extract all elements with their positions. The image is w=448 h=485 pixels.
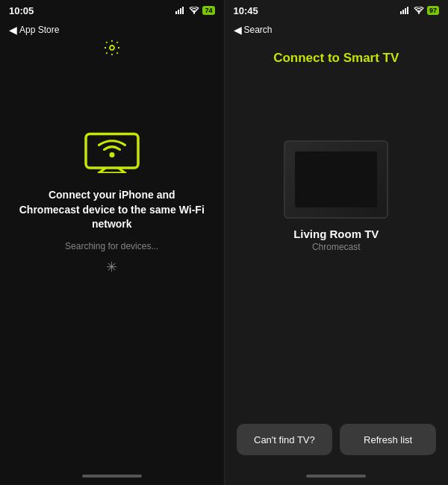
tv-device-name: Living Room TV — [293, 228, 379, 240]
svg-rect-11 — [400, 11, 402, 14]
back-btn-left[interactable]: ◀ App Store — [9, 24, 59, 36]
tv-device-type: Chromecast — [312, 242, 361, 252]
tv-device-area[interactable]: Living Room TV Chromecast — [284, 140, 388, 252]
status-icons-left: 74 — [175, 6, 214, 15]
searching-text: Searching for devices... — [65, 241, 158, 251]
right-panel: 10:45 97 ◀ Search Connect to Smart TV — [225, 0, 449, 485]
signal-icon-left — [175, 7, 186, 14]
wifi-tv-icon — [78, 121, 146, 173]
status-icons-right: 97 — [400, 6, 439, 15]
nav-right: ◀ Search — [225, 21, 449, 39]
wifi-tv-area: Connect your iPhone and Chromecast devic… — [0, 121, 224, 275]
signal-icon-right — [400, 7, 411, 14]
svg-point-15 — [418, 13, 420, 14]
refresh-list-button[interactable]: Refresh list — [340, 424, 436, 455]
back-label-left: App Store — [19, 25, 59, 35]
svg-rect-2 — [180, 8, 181, 14]
svg-rect-12 — [402, 10, 404, 14]
svg-rect-13 — [405, 8, 406, 14]
back-label-right: Search — [244, 25, 273, 35]
back-btn-right[interactable]: ◀ Search — [234, 24, 273, 36]
settings-gear-container[interactable] — [103, 39, 121, 60]
page-title: Connect to Smart TV — [225, 51, 449, 66]
home-indicator-right — [306, 475, 366, 478]
settings-gear-icon — [103, 39, 121, 57]
wifi-status-icon-right — [414, 7, 424, 14]
status-bar-left: 10:05 74 — [0, 0, 224, 21]
svg-point-5 — [110, 46, 114, 50]
status-time-left: 10:05 — [9, 5, 34, 16]
spinner-icon: ✳ — [106, 259, 117, 275]
battery-badge-left: 74 — [202, 6, 214, 15]
back-chevron-left: ◀ — [9, 24, 17, 36]
connect-text: Connect your iPhone and Chromecast devic… — [0, 188, 224, 232]
left-panel: 10:05 74 ◀ App Store — [0, 0, 224, 485]
tv-screen-inner — [295, 151, 377, 207]
nav-left: ◀ App Store — [0, 21, 224, 39]
status-bar-right: 10:45 97 — [225, 0, 449, 21]
svg-point-10 — [109, 152, 114, 157]
battery-badge-right: 97 — [427, 6, 439, 15]
svg-point-4 — [193, 13, 195, 14]
home-indicator-left — [82, 475, 142, 478]
svg-rect-1 — [178, 10, 179, 14]
svg-rect-14 — [407, 7, 408, 14]
wifi-status-icon-left — [189, 7, 199, 14]
tv-thumbnail — [284, 140, 388, 219]
svg-rect-0 — [175, 11, 177, 14]
bottom-buttons: Can't find TV? Refresh list — [225, 424, 449, 455]
svg-rect-6 — [86, 134, 138, 169]
cant-find-button[interactable]: Can't find TV? — [237, 424, 333, 455]
svg-rect-3 — [182, 7, 184, 14]
back-chevron-right: ◀ — [234, 24, 242, 36]
status-time-right: 10:45 — [234, 5, 258, 16]
